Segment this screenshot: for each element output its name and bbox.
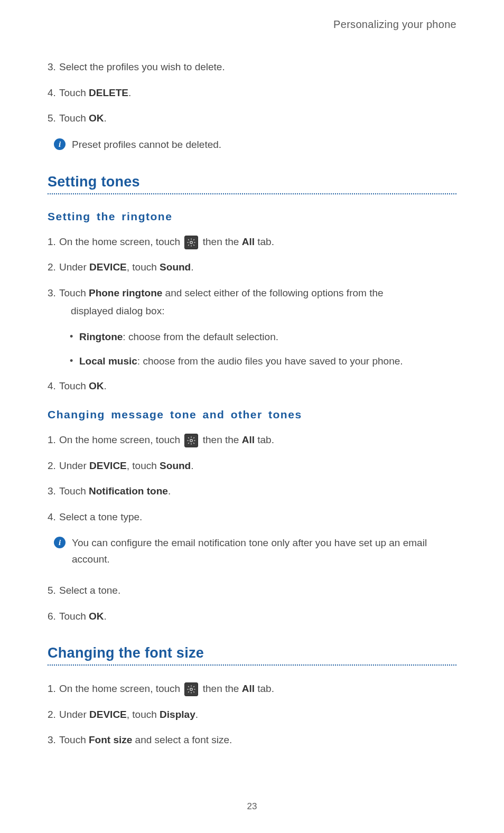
step-text: . (191, 261, 193, 273)
step-number: 1. (48, 681, 56, 697)
step-text: Touch (59, 611, 89, 622)
bold-text: Display (160, 709, 195, 720)
step-item: 3. Touch Notification tone. (48, 484, 456, 499)
step-number: 2. (48, 707, 56, 723)
step-text: , touch (127, 460, 160, 471)
subheading-setting-ringtone: Setting the ringtone (48, 210, 456, 223)
step-text: then the (203, 236, 242, 247)
step-text: then the (203, 683, 242, 694)
step-item: 4. Touch DELETE. (48, 86, 456, 101)
bullet-text: : choose from the audio files you have s… (137, 355, 403, 367)
step-text: and select a font size. (132, 734, 232, 745)
bold-text: OK (89, 380, 104, 391)
bullet-item: Local music: choose from the audio files… (70, 354, 456, 369)
settings-icon (184, 682, 198, 696)
step-text: tab. (255, 236, 274, 247)
bold-text: Local music (79, 355, 137, 367)
step-text: . (195, 709, 198, 720)
bold-text: Font size (89, 734, 132, 745)
info-icon: i (54, 537, 66, 548)
step-text: . (191, 460, 193, 471)
step-number: 4. (48, 379, 56, 394)
step-number: 1. (48, 433, 56, 448)
step-text: Touch (59, 485, 89, 497)
bold-text: OK (89, 113, 104, 124)
step-text: On the home screen, touch (59, 683, 183, 694)
bold-text: DEVICE (89, 709, 127, 720)
info-note: i You can configure the email notificati… (54, 535, 456, 567)
section-heading-setting-tones: Setting tones (48, 174, 456, 190)
bold-text: All (242, 236, 255, 247)
step-number: 4. (48, 510, 56, 525)
bold-text: DEVICE (89, 261, 127, 273)
step-item: 1. On the home screen, touch then the Al… (48, 433, 456, 448)
step-text: and select either of the following optio… (162, 287, 383, 298)
info-icon: i (54, 138, 66, 150)
bold-text: Sound (160, 261, 191, 273)
step-text: tab. (255, 683, 274, 694)
bold-text: DEVICE (89, 460, 127, 471)
step-item: 2. Under DEVICE, touch Sound. (48, 260, 456, 275)
svg-point-0 (190, 241, 193, 244)
step-text: . (104, 611, 106, 622)
step-item: 3. Touch Font size and select a font siz… (48, 733, 456, 748)
dotted-divider (48, 193, 456, 194)
note-text: Preset profiles cannot be deleted. (72, 137, 221, 153)
step-text: Select a tone. (59, 585, 120, 596)
bold-text: All (242, 683, 255, 694)
bold-text: Phone ringtone (89, 287, 162, 298)
step-number: 5. (48, 583, 56, 598)
step-text: Under (59, 261, 89, 273)
step-text: tab. (255, 434, 274, 445)
step-text: then the (203, 434, 242, 445)
step-text: Under (59, 709, 89, 720)
settings-icon (184, 236, 198, 249)
step-item: 3. Select the profiles you wish to delet… (48, 60, 456, 75)
step-text: , touch (127, 709, 160, 720)
bullet-list: Ringtone: choose from the default select… (70, 330, 456, 369)
step-item: 4. Select a tone type. (48, 510, 456, 525)
step-text-cont: displayed dialog box: (59, 304, 456, 319)
step-item: 3. Touch Phone ringtone and select eithe… (48, 286, 456, 319)
step-item: 2. Under DEVICE, touch Display. (48, 707, 456, 723)
step-text: . (104, 113, 106, 124)
step-number: 6. (48, 609, 56, 624)
note-text: You can configure the email notification… (72, 535, 456, 567)
step-item: 6. Touch OK. (48, 609, 456, 624)
step-item: 5. Touch OK. (48, 111, 456, 126)
step-item: 1. On the home screen, touch then the Al… (48, 681, 456, 697)
step-text: Touch (59, 380, 89, 391)
step-text: . (168, 485, 171, 497)
step-number: 3. (48, 286, 56, 301)
info-note: i Preset profiles cannot be deleted. (54, 137, 456, 153)
step-text: Touch (59, 87, 89, 98)
step-item: 1. On the home screen, touch then the Al… (48, 235, 456, 250)
step-text: . (104, 380, 106, 391)
step-text: Select the profiles you wish to delete. (59, 61, 225, 72)
bullet-item: Ringtone: choose from the default select… (70, 330, 456, 345)
svg-point-1 (190, 439, 193, 442)
step-number: 4. (48, 86, 56, 101)
step-text: . (128, 87, 131, 98)
step-text: Under (59, 460, 89, 471)
bullet-text: : choose from the default selection. (123, 331, 278, 342)
step-item: 4. Touch OK. (48, 379, 456, 394)
settings-icon (184, 434, 198, 447)
bold-text: Notification tone (89, 485, 168, 497)
svg-point-2 (190, 688, 193, 691)
step-item: 2. Under DEVICE, touch Sound. (48, 458, 456, 474)
step-item: 5. Select a tone. (48, 583, 456, 598)
bold-text: Sound (160, 460, 191, 471)
step-number: 3. (48, 60, 56, 75)
section-heading-font-size: Changing the font size (48, 645, 456, 661)
step-number: 3. (48, 484, 56, 499)
step-number: 3. (48, 733, 56, 748)
step-number: 2. (48, 458, 56, 474)
bold-text: DELETE (89, 87, 128, 98)
step-text: On the home screen, touch (59, 236, 183, 247)
step-text: Touch (59, 287, 89, 298)
bold-text: All (242, 434, 255, 445)
step-number: 1. (48, 235, 56, 250)
step-number: 2. (48, 260, 56, 275)
bold-text: OK (89, 611, 104, 622)
